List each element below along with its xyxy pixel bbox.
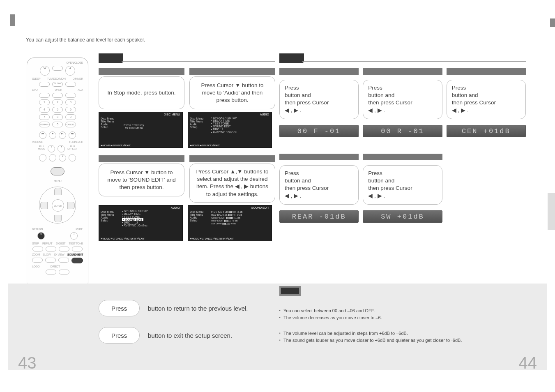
next-button[interactable]: ⏭ [69, 131, 76, 139]
step-4-text: Press Cursor ▲,▼ buttons to select and a… [196, 168, 269, 198]
mute-button[interactable]: ♪ [70, 232, 78, 240]
num-8[interactable]: 8 [52, 114, 63, 120]
aux-label: AUX [78, 88, 83, 91]
r-step1-text: Press button and then press Cursor ◀ , ▶… [285, 84, 353, 114]
cursor-up[interactable] [54, 188, 62, 195]
r-step2-tab [363, 68, 442, 75]
num-7[interactable]: 7 [39, 114, 50, 120]
num-3[interactable]: 3 [65, 99, 76, 105]
bottom-left: Press button to return to the previous l… [99, 300, 248, 354]
remain-button[interactable]: REMAIN [39, 122, 50, 127]
eject-button[interactable]: ▲ [65, 66, 75, 76]
aux-button[interactable] [65, 93, 76, 98]
testtone-button[interactable] [72, 247, 83, 251]
vol-up[interactable]: + [48, 145, 55, 152]
cursor-right[interactable] [67, 202, 75, 209]
step-label: STEP [32, 242, 39, 245]
exview-button[interactable] [58, 258, 69, 263]
press-label-2: Press [111, 332, 127, 339]
menu-label: MENU [30, 180, 85, 182]
enter-button[interactable]: ENTER [52, 199, 64, 212]
step-3-box: Press Cursor ▼ button to move to 'SOUND … [99, 164, 184, 196]
return-button[interactable]: ⟲ [37, 232, 45, 240]
blank-button[interactable] [52, 66, 63, 71]
digest-label: DIGEST [56, 242, 65, 245]
r-step2-box: Press button and then press Cursor ◀ , ▶… [363, 80, 442, 119]
step-1-box: In Stop mode, press button. [99, 76, 184, 109]
slow-button[interactable]: SLOW [52, 82, 63, 87]
play-button[interactable]: ▶|| [59, 131, 66, 139]
step-button[interactable] [32, 247, 43, 251]
page-number-right: 44 [519, 354, 537, 372]
step-2-box: Press Cursor ▼ button to move to 'Audio'… [189, 76, 275, 109]
stop-button[interactable]: ■ [49, 131, 56, 139]
sleep-button[interactable] [39, 82, 50, 87]
screen3-items: • SPEAKER SETUP• DELAY TIME• TEST TONE• … [122, 210, 148, 227]
logo-button[interactable] [46, 270, 56, 274]
testtone-label: TEST TONE [69, 242, 83, 245]
press-return-pill: Press [99, 300, 140, 316]
dvd-button[interactable] [39, 93, 50, 98]
cursor-left[interactable] [40, 202, 48, 209]
num-4[interactable]: 4 [39, 107, 50, 113]
cancel-button[interactable]: CANCEL [65, 122, 76, 127]
repeat-button[interactable] [46, 247, 56, 251]
num-2[interactable]: 2 [52, 99, 63, 105]
remote-openclose-label: OPEN/CLOSE [66, 61, 83, 64]
r-step1-box: Press button and then press Cursor ◀ , ▶… [279, 80, 359, 119]
screen4-side: Disc Menu Title Menu Audio Setup [190, 210, 210, 222]
direct-button[interactable] [59, 270, 69, 274]
tune-up[interactable]: ∧ [58, 145, 65, 152]
mode-button[interactable] [39, 154, 46, 161]
zoom-button[interactable] [32, 258, 43, 263]
note-4: The sound gets louder as you move closer… [279, 337, 522, 344]
right-column: Press button and then press Cursor ◀ , ▶… [279, 53, 526, 223]
soundedit-button[interactable] [71, 258, 83, 263]
slow2-button[interactable] [45, 258, 56, 263]
cursor-down[interactable] [54, 215, 62, 222]
screen1-footer: ⬌MOVE ⬌SELECT ⏎EXIT [101, 144, 131, 147]
screen4-header: SOUND EDIT [251, 206, 269, 209]
num-6[interactable]: 6 [65, 107, 76, 113]
screen2-items: • SPEAKER SETUP • DELAY TIME • TEST TONE… [211, 116, 237, 134]
screen4-items: Front BAL 0 dB ▮▮▮▯▯▯ -0 dB Rear BAL 0 d… [211, 210, 242, 225]
press-label-1: Press [111, 305, 127, 312]
num-0[interactable]: 0 [52, 122, 63, 127]
direct-label: DIRECT [51, 265, 60, 268]
num-5[interactable]: 5 [52, 107, 63, 113]
step-4-box: Press Cursor ▲,▼ buttons to select and a… [189, 164, 275, 203]
screen3-header: AUDIO [171, 206, 180, 209]
r-step5-tab [363, 154, 442, 160]
effect-button[interactable] [69, 154, 76, 161]
step-3-text: Press Cursor ▼ button to move to 'SOUND … [105, 169, 178, 191]
power-button[interactable]: ⏻ [40, 66, 50, 76]
section-tab-right [279, 53, 526, 63]
tuner-label: TUNER [53, 88, 62, 91]
tuner-button[interactable] [52, 93, 63, 98]
dimmer-button[interactable] [65, 82, 76, 87]
dpad: ENTER [39, 187, 76, 224]
tune-down[interactable]: ∨ [59, 154, 66, 161]
num-9[interactable]: 9 [65, 114, 76, 120]
note-3: The volume level can be adjusted in step… [279, 330, 522, 337]
screen1-header: DISC MENU [164, 113, 180, 116]
remote-control: OPEN/CLOSE ⏻▲ SLEEPTV/VIDEO/MONIDIMMER S… [27, 58, 88, 290]
screen3-footer: ⬌MOVE ⬌CHANGE ⏎RETURN ⏎EXIT [101, 237, 145, 240]
r-step2-text: Press button and then press Cursor ◀ , ▶… [368, 84, 437, 114]
soundedit-label: SOUND EDIT [67, 253, 83, 256]
step-4-tab [189, 155, 275, 162]
r-step5-box: Press button and then press Cursor ◀ , ▶… [363, 165, 442, 205]
screen-sound-edit: SOUND EDIT Disc Menu Title Menu Audio Se… [188, 205, 272, 241]
menu-button[interactable] [51, 167, 64, 175]
repeat-label: REPEAT [42, 242, 53, 245]
note-2: The volume decreases as you move closer … [279, 314, 522, 321]
vol-down[interactable]: − [49, 154, 56, 161]
volume-label: VOLUME [32, 141, 43, 143]
prev-button[interactable]: ⏮ [39, 131, 46, 139]
num-1[interactable]: 1 [39, 99, 50, 105]
note-1: You can select between 00 and –06 and OF… [279, 307, 522, 314]
screen2-header: AUDIO [260, 113, 269, 116]
display-rear-level: REAR -01dB [279, 210, 359, 223]
zoom-label: ZOOM [32, 253, 40, 256]
digest-button[interactable] [59, 247, 69, 251]
